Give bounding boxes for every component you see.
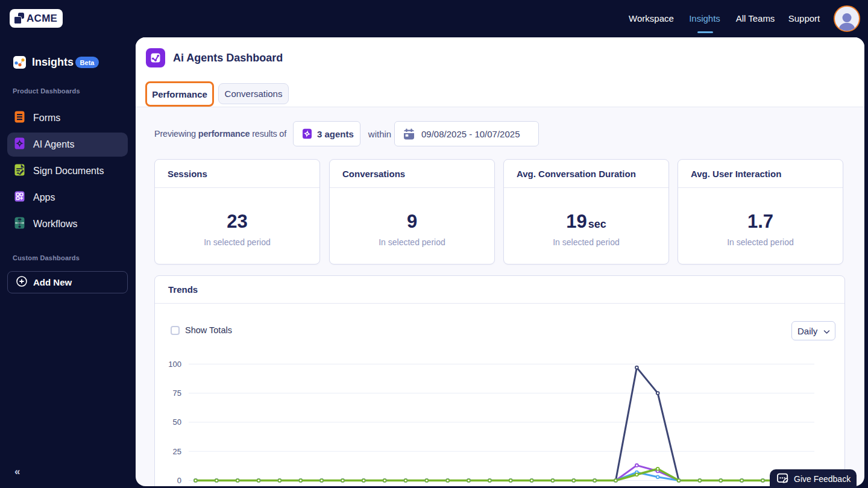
- svg-text:100: 100: [168, 360, 181, 369]
- svg-text:50: 50: [173, 418, 181, 427]
- svg-text:25: 25: [173, 447, 181, 456]
- svg-text:75: 75: [173, 389, 181, 398]
- svg-text:0: 0: [177, 476, 181, 485]
